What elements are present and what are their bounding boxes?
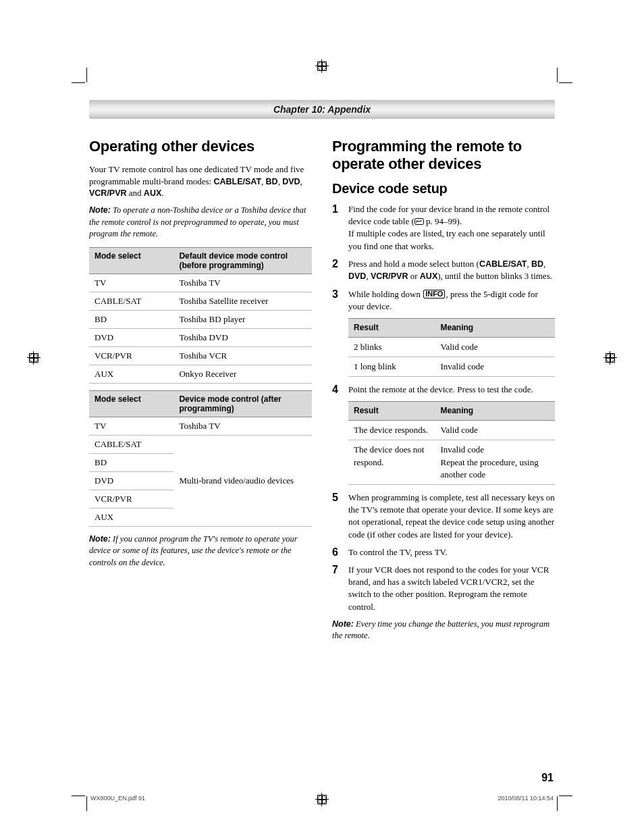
footer-timestamp: 2010/08/11 10:14:54 bbox=[498, 795, 554, 802]
section-heading: Programming the remote to operate other … bbox=[332, 138, 555, 173]
crop-mark-icon bbox=[86, 68, 87, 82]
step-item: While holding down INFO, press the 5-dig… bbox=[332, 288, 555, 377]
table-row: 1 long blinkInvalid code bbox=[348, 357, 555, 377]
note-paragraph: Note: Every time you change the batterie… bbox=[332, 619, 555, 642]
table-row: TVToshiba TV bbox=[89, 417, 312, 435]
right-column: Programming the remote to operate other … bbox=[332, 138, 555, 649]
footer-filename: WX800U_EN.pdf 91 bbox=[90, 795, 145, 802]
step-item: To control the TV, press TV. bbox=[332, 546, 555, 558]
crop-mark-icon bbox=[557, 68, 558, 82]
crop-mark-icon bbox=[559, 82, 572, 83]
crop-mark-icon bbox=[86, 796, 87, 811]
step-item: Find the code for your device brand in t… bbox=[332, 203, 555, 253]
crop-mark-icon bbox=[72, 82, 85, 83]
default-mode-table: Mode select Default device mode control … bbox=[89, 247, 312, 384]
note-paragraph: Note: If you cannot program the TV's rem… bbox=[89, 533, 312, 569]
col-header: Result bbox=[348, 402, 435, 421]
table-row: CABLE/SATMulti-brand video/audio devices bbox=[89, 435, 312, 453]
crop-mark-icon bbox=[559, 796, 572, 796]
col-header: Mode select bbox=[89, 247, 173, 273]
after-programming-table: Mode select Device mode control (after p… bbox=[89, 390, 312, 527]
col-header: Meaning bbox=[435, 402, 555, 421]
manual-page: Chapter 10: Appendix Operating other dev… bbox=[0, 0, 644, 834]
registration-mark-icon bbox=[27, 351, 41, 365]
reference-icon bbox=[414, 216, 424, 226]
content-columns: Operating other devices Your TV remote c… bbox=[89, 138, 555, 649]
page-number: 91 bbox=[541, 772, 554, 784]
col-header: Default device mode control (before prog… bbox=[173, 247, 312, 273]
subsection-heading: Device code setup bbox=[332, 181, 555, 197]
col-header: Mode select bbox=[89, 390, 173, 417]
col-header: Meaning bbox=[435, 319, 555, 338]
crop-mark-icon bbox=[72, 796, 85, 796]
table-row: CABLE/SATToshiba Satellite receiver bbox=[89, 292, 312, 310]
registration-mark-icon bbox=[315, 59, 329, 73]
step-item: Press and hold a mode select button (CAB… bbox=[332, 258, 555, 283]
table-row: AUXOnkyo Receiver bbox=[89, 365, 312, 383]
col-header: Device mode control (after programming) bbox=[173, 390, 312, 417]
intro-paragraph: Your TV remote control has one dedicated… bbox=[89, 163, 312, 199]
registration-mark-icon bbox=[315, 793, 329, 806]
result-table: Result Meaning The device responds.Valid… bbox=[348, 401, 555, 485]
step-item: If your VCR does not respond to the code… bbox=[332, 564, 555, 613]
registration-mark-icon bbox=[603, 351, 617, 365]
result-table: Result Meaning 2 blinksValid code 1 long… bbox=[348, 318, 555, 377]
step-item: Point the remote at the device. Press to… bbox=[332, 384, 555, 485]
table-row: DVDToshiba DVD bbox=[89, 328, 312, 346]
col-header: Result bbox=[348, 319, 435, 338]
table-row: The device does not respond.Invalid code… bbox=[348, 440, 555, 485]
table-row: VCR/PVRToshiba VCR bbox=[89, 346, 312, 365]
table-row: The device responds.Valid code bbox=[348, 421, 555, 440]
chapter-title: Chapter 10: Appendix bbox=[273, 104, 371, 115]
left-column: Operating other devices Your TV remote c… bbox=[89, 138, 312, 649]
table-header-row: Mode select Default device mode control … bbox=[89, 247, 312, 273]
crop-mark-icon bbox=[557, 796, 558, 811]
table-header-row: Result Meaning bbox=[348, 319, 555, 338]
table-header-row: Result Meaning bbox=[348, 402, 555, 421]
table-row: BDToshiba BD player bbox=[89, 310, 312, 328]
note-paragraph: Note: To operate a non-Toshiba device or… bbox=[89, 205, 312, 240]
procedure-steps: Find the code for your device brand in t… bbox=[332, 203, 555, 613]
info-button-icon: INFO bbox=[423, 290, 445, 298]
chapter-header: Chapter 10: Appendix bbox=[89, 100, 555, 119]
section-heading: Operating other devices bbox=[89, 138, 312, 155]
table-row: TVToshiba TV bbox=[89, 273, 312, 292]
step-item: When programming is complete, test all n… bbox=[332, 492, 555, 541]
table-header-row: Mode select Device mode control (after p… bbox=[89, 390, 312, 417]
table-row: 2 blinksValid code bbox=[348, 337, 555, 357]
